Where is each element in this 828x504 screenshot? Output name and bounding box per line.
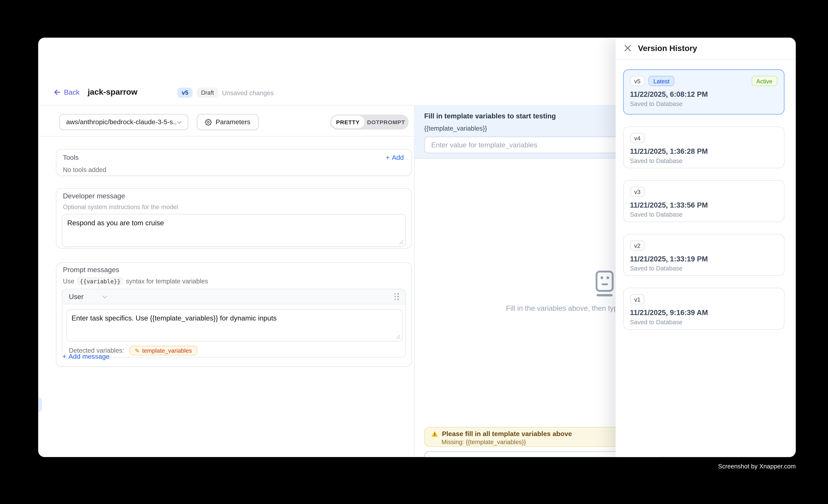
toggle-pretty[interactable]: PRETTY [331, 116, 365, 129]
version-number-badge: v4 [630, 133, 645, 143]
model-row-divider [38, 136, 414, 136]
message-header: User [62, 289, 405, 304]
version-timestamp: 11/21/2025, 1:33:56 PM [630, 201, 777, 209]
version-number-badge: v3 [630, 186, 645, 197]
draft-badge: Draft [197, 87, 218, 97]
role-select-value: User [69, 292, 84, 301]
version-number-badge: v5 [630, 76, 645, 86]
parameters-label: Parameters [216, 118, 250, 126]
version-timestamp: 11/22/2025, 6:08:12 PM [630, 90, 777, 98]
version-number-badge: v2 [630, 240, 645, 251]
gear-icon [205, 119, 212, 126]
detected-variable-name: template_variables [142, 347, 192, 354]
tools-label: Tools [63, 154, 79, 161]
version-saved-status: Saved to Database [630, 100, 777, 107]
version-timestamp: 11/21/2025, 1:36:28 PM [630, 148, 777, 156]
tools-empty-text: No tools added [63, 166, 404, 174]
close-icon [624, 45, 631, 52]
version-card-v3[interactable]: v3 11/21/2025, 1:33:56 PM Saved to Datab… [623, 180, 784, 222]
version-card-v4[interactable]: v4 11/21/2025, 1:36:28 PM Saved to Datab… [623, 126, 784, 168]
drag-handle[interactable] [395, 293, 399, 300]
screenshot-stage: Back jack-sparrow v5 Draft Unsaved chang… [0, 0, 828, 504]
active-badge: Active [751, 76, 777, 86]
chevron-down-icon [102, 293, 108, 300]
variable-syntax-chip: {{variable}} [77, 277, 123, 285]
toggle-dotprompt[interactable]: DOTPROMPT [365, 116, 408, 129]
message-input[interactable]: Enter task specifics. Use {{template_var… [67, 310, 402, 341]
unsaved-changes-label: Unsaved changes [222, 89, 274, 96]
latest-badge: Latest [649, 76, 674, 86]
model-select[interactable]: aws/anthropic/bedrock-claude-3-5-s... [59, 114, 188, 130]
add-tool-button[interactable]: + Add [386, 154, 404, 161]
version-card-v1[interactable]: v1 11/21/2025, 9:16:39 AM Saved to Datab… [623, 288, 784, 330]
edge-peek-button[interactable] [38, 397, 42, 412]
developer-message-label: Developer message [63, 192, 406, 200]
model-select-value: aws/anthropic/bedrock-claude-3-5-s... [66, 118, 176, 126]
plus-icon: + [386, 154, 390, 161]
close-button[interactable] [622, 42, 634, 54]
version-history-panel: Version History v5 Latest Active 11/22/2… [615, 38, 796, 457]
page-title: jack-sparrow [88, 87, 137, 96]
version-saved-status: Saved to Database [630, 319, 777, 325]
version-card-v5[interactable]: v5 Latest Active 11/22/2025, 6:08:12 PM … [623, 70, 784, 115]
syntax-hint-suffix: syntax for template variables [126, 277, 208, 285]
version-saved-status: Saved to Database [630, 158, 777, 164]
developer-message-hint: Optional system instructions for the mod… [63, 204, 406, 210]
parameters-button[interactable]: Parameters [197, 114, 258, 130]
version-timestamp: 11/21/2025, 1:33:19 PM [630, 255, 777, 263]
version-badge: v5 [177, 87, 193, 97]
warning-icon [431, 431, 438, 437]
format-toggle: PRETTY DOTPROMPT [330, 115, 409, 130]
chevron-down-icon [176, 119, 182, 125]
syntax-hint: Use {{variable}} syntax for template var… [63, 277, 406, 285]
developer-message-card: Developer message Optional system instru… [56, 188, 412, 248]
version-saved-status: Saved to Database [630, 211, 777, 218]
detected-variable-chip[interactable]: ✎ template_variables [129, 346, 197, 355]
prompt-messages-card: Prompt messages Use {{variable}} syntax … [56, 262, 412, 367]
version-history-header: Version History [615, 38, 796, 59]
version-number-badge: v1 [630, 294, 645, 304]
back-arrow-icon [54, 89, 61, 96]
version-timestamp: 11/21/2025, 9:16:39 AM [630, 309, 777, 317]
add-message-button[interactable]: + Add message [62, 353, 110, 360]
version-saved-status: Saved to Database [630, 265, 777, 271]
add-message-label: Add message [69, 353, 110, 360]
back-button[interactable]: Back [54, 88, 80, 96]
tools-card: Tools + Add No tools added [56, 149, 412, 176]
bot-face-icon [595, 270, 615, 297]
pencil-icon: ✎ [135, 347, 139, 354]
add-tool-label: Add [392, 154, 404, 161]
watermark-text: Screenshot by Xnapper.com [718, 463, 796, 469]
version-card-v2[interactable]: v2 11/21/2025, 1:33:19 PM Saved to Datab… [623, 234, 784, 276]
message-block: User Enter task specifics. Use {{templat… [62, 289, 406, 358]
empty-state-text: Fill in the variables above, then typ [506, 304, 618, 312]
role-select[interactable]: User [69, 292, 109, 301]
warning-title: Please fill in all template variables ab… [442, 430, 572, 438]
developer-message-input[interactable]: Respond as you are tom cruise [62, 215, 405, 246]
back-label: Back [64, 88, 80, 96]
prompt-messages-label: Prompt messages [63, 265, 406, 274]
syntax-hint-prefix: Use [63, 277, 74, 285]
version-history-title: Version History [638, 44, 697, 53]
plus-icon: + [62, 353, 66, 360]
